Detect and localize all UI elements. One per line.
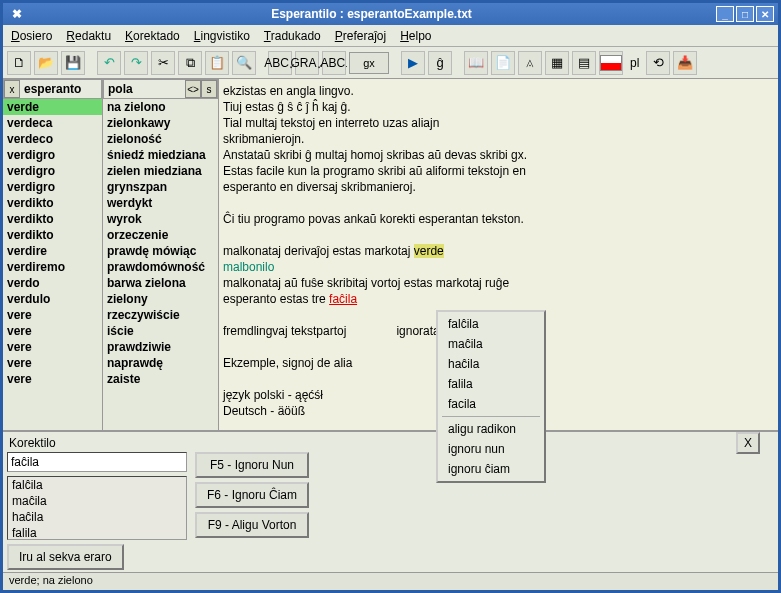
list-item[interactable]: verdigro [3,147,102,163]
tool-d-icon[interactable]: ⟲ [646,51,670,75]
list-item[interactable]: vere [3,323,102,339]
list-item[interactable]: verdigro [3,163,102,179]
menu-tradukado[interactable]: Tradukado [264,29,321,43]
list-item[interactable]: vere [3,355,102,371]
list-item[interactable]: verdigro [3,179,102,195]
list-item[interactable]: prawdę mówiąc [103,243,218,259]
context-action[interactable]: aligu radikon [438,419,544,439]
menu-dosiero[interactable]: Dosiero [11,29,52,43]
menu-helpo[interactable]: Helpo [400,29,431,43]
tool-c-icon[interactable]: ▤ [572,51,596,75]
list-item[interactable]: zielonkawy [103,115,218,131]
context-suggestion[interactable]: facila [438,394,544,414]
list-item[interactable]: verdo [3,275,102,291]
list-item[interactable]: verdeca [3,115,102,131]
list-item[interactable]: verde [3,99,102,115]
ignore-always-button[interactable]: F6 - Ignoru Ĉiam [195,482,309,508]
suggestion-item[interactable]: maĉila [8,493,186,509]
context-menu: falĉilamaĉilahaĉilafalilafacila aligu ra… [436,310,546,483]
col1-title: esperanto [20,82,101,96]
context-suggestion[interactable]: falila [438,374,544,394]
tool-b-icon[interactable]: ▦ [545,51,569,75]
panel-close-button[interactable]: X [736,432,760,454]
list-item[interactable]: werdykt [103,195,218,211]
list-item[interactable]: zielen miedziana [103,163,218,179]
copy-icon[interactable]: ⧉ [178,51,202,75]
save-file-icon[interactable]: 💾 [61,51,85,75]
error-facila[interactable]: faĉila [329,292,357,306]
list-item[interactable]: orzeczenie [103,227,218,243]
new-file-icon[interactable]: 🗋 [7,51,31,75]
redo-icon[interactable]: ↷ [124,51,148,75]
menu-lingvistiko[interactable]: Lingvistiko [194,29,250,43]
list-item[interactable]: verdikto [3,211,102,227]
context-suggestion[interactable]: falĉila [438,314,544,334]
grammar-icon[interactable]: GRA✓ [295,51,319,75]
list-item[interactable]: grynszpan [103,179,218,195]
cut-icon[interactable]: ✂ [151,51,175,75]
close-col1-button[interactable]: x [4,80,20,98]
lang-label: pl [626,56,643,70]
context-suggestion[interactable]: haĉila [438,354,544,374]
correction-input[interactable] [7,452,187,472]
gx-mode-button[interactable]: gx [349,52,389,74]
list-item[interactable]: vere [3,371,102,387]
col2-title: pola [104,82,185,96]
next-error-button[interactable]: Iru al sekva eraro [7,544,124,570]
suggestion-list: falĉilamaĉilahaĉilafalila [7,476,187,540]
list-item[interactable]: naprawdę [103,355,218,371]
suggestion-item[interactable]: falĉila [8,477,186,493]
list-item[interactable]: śniedź miedziana [103,147,218,163]
swap-button[interactable]: <> [185,80,201,98]
list-item[interactable]: prawdomówność [103,259,218,275]
suggestion-item[interactable]: haĉila [8,509,186,525]
search-icon[interactable]: 🔍 [232,51,256,75]
list-item[interactable]: vere [3,307,102,323]
tool-a-icon[interactable]: ⟑ [518,51,542,75]
add-word-button[interactable]: F9 - Aligu Vorton [195,512,309,538]
marked-verde: verde [414,244,444,258]
maximize-button[interactable]: □ [736,6,754,22]
list-item[interactable]: zielony [103,291,218,307]
list-item[interactable]: rzeczywiście [103,307,218,323]
ignore-now-button[interactable]: F5 - Ignoru Nun [195,452,309,478]
tool-e-icon[interactable]: 📥 [673,51,697,75]
menu-korektado[interactable]: Korektado [125,29,180,43]
list-item[interactable]: vere [3,339,102,355]
context-action[interactable]: ignoru nun [438,439,544,459]
list-item[interactable]: verdire [3,243,102,259]
paste-icon[interactable]: 📋 [205,51,229,75]
open-file-icon[interactable]: 📂 [34,51,58,75]
undo-icon[interactable]: ↶ [97,51,121,75]
list-item[interactable]: na zielono [103,99,218,115]
list-item[interactable]: zieloność [103,131,218,147]
menu-preferajoj[interactable]: Preferaĵoj [335,29,386,43]
spellcheck-abc2-icon[interactable]: ABC· [322,51,346,75]
list-item[interactable]: verdulo [3,291,102,307]
list-item[interactable]: barwa zielona [103,275,218,291]
minimize-button[interactable]: _ [716,6,734,22]
panel-title: Korektilo [7,434,774,452]
doc-icon[interactable]: 📄 [491,51,515,75]
list-item[interactable]: prawdziwie [103,339,218,355]
menu-redaktu[interactable]: Redaktu [66,29,111,43]
list-item[interactable]: verdeco [3,131,102,147]
list-item[interactable]: verdikto [3,195,102,211]
col1-list: verdeverdecaverdecoverdigroverdigroverdi… [3,99,102,430]
list-item[interactable]: zaiste [103,371,218,387]
list-item[interactable]: verdiremo [3,259,102,275]
suggestion-item[interactable]: falila [8,525,186,540]
list-item[interactable]: iście [103,323,218,339]
spellcheck-abc-icon[interactable]: ABC✓ [268,51,292,75]
flag-pl-icon[interactable] [599,51,623,75]
app-icon: ✖ [7,7,27,21]
play-icon[interactable]: ▶ [401,51,425,75]
list-item[interactable]: wyrok [103,211,218,227]
list-item[interactable]: verdikto [3,227,102,243]
s-button[interactable]: s [201,80,217,98]
close-button[interactable]: ✕ [756,6,774,22]
context-action[interactable]: ignoru ĉiam [438,459,544,479]
book-icon[interactable]: 📖 [464,51,488,75]
g-hat-button[interactable]: ĝ [428,51,452,75]
context-suggestion[interactable]: maĉila [438,334,544,354]
